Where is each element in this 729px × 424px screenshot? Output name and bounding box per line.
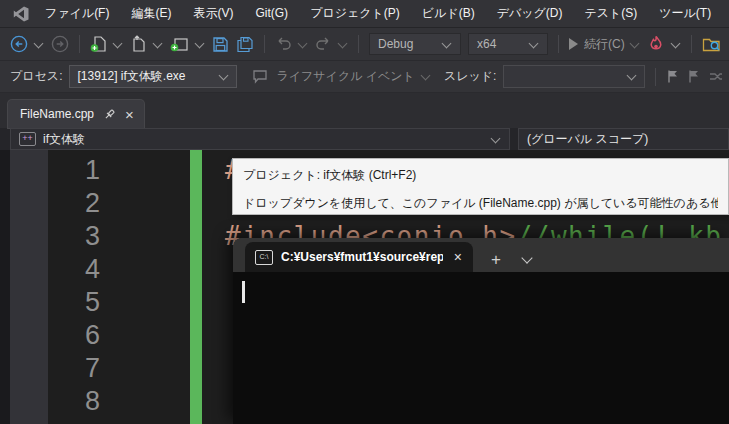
menu-item[interactable]: デバッグ(D) — [486, 0, 574, 27]
tooltip-body: ドロップダウンを使用して、このファイル (FileName.cpp) が属してい… — [243, 195, 718, 212]
solution-configuration-dropdown[interactable]: Debug — [369, 33, 461, 55]
terminal-content[interactable] — [233, 272, 729, 424]
tab-filename-cpp[interactable]: FileName.cpp × — [8, 100, 144, 128]
document-tab-title: FileName.cpp — [20, 107, 94, 121]
toolbar-separator — [691, 35, 692, 53]
project-tooltip: プロジェクト: if文体験 (Ctrl+F2) ドロップダウンを使用して、このフ… — [232, 158, 729, 215]
chevron-down-icon — [491, 133, 501, 143]
add-item-button[interactable] — [170, 35, 189, 53]
toolbar-separator — [358, 35, 359, 53]
pin-icon[interactable] — [103, 108, 116, 121]
open-file-dropdown-icon[interactable] — [153, 38, 163, 48]
command-prompt-icon: C:\ — [255, 250, 273, 265]
menu-item[interactable]: ツール(T) — [648, 0, 722, 27]
menu-item[interactable]: ファイル(F) — [34, 0, 120, 27]
terminal-tab-bar: C:\ C:¥Users¥fmut1¥source¥repos × + — [233, 238, 729, 272]
continue-button[interactable]: 続行(C) — [569, 36, 640, 53]
line-number: 3 — [48, 220, 100, 253]
menu-item[interactable]: ビルド(B) — [411, 0, 486, 27]
line-number: 4 — [48, 253, 100, 286]
parallel-stacks-icon[interactable] — [708, 70, 724, 83]
terminal-window: C:\ C:¥Users¥fmut1¥source¥repos × + — [233, 238, 729, 424]
line-number-gutter: 12345678 — [48, 154, 100, 418]
new-file-button[interactable] — [90, 35, 107, 53]
lifecycle-events-dropdown-icon[interactable] — [420, 71, 430, 81]
process-dropdown[interactable]: [13912] if文体験.exe — [69, 65, 237, 88]
hot-reload-button[interactable] — [647, 35, 665, 53]
scope-dropdown[interactable]: (グローバル スコープ) — [518, 128, 729, 150]
scope-dropdown-value: (グローバル スコープ) — [527, 131, 648, 148]
breakpoint-margin[interactable] — [10, 150, 48, 424]
lifecycle-events-icon — [252, 69, 269, 84]
terminal-tab-title: C:¥Users¥fmut1¥source¥repos — [281, 250, 443, 264]
navigate-forward-button[interactable] — [51, 35, 69, 53]
menu-bar-items: ファイル(F)編集(E)表示(V)Git(G)プロジェクト(P)ビルド(B)デバ… — [34, 0, 729, 27]
close-icon[interactable]: × — [125, 107, 134, 122]
close-icon[interactable]: × — [451, 250, 465, 264]
tooltip-title: プロジェクト: if文体験 (Ctrl+F2) — [243, 167, 718, 184]
line-number: 5 — [48, 286, 100, 319]
toolbar-separator — [79, 35, 80, 53]
chevron-down-icon[interactable] — [521, 252, 532, 263]
thread-dropdown[interactable] — [503, 65, 645, 88]
navigation-bar: ++ if文体験 (グローバル スコープ) — [0, 128, 729, 150]
solution-platform-value: x64 — [477, 37, 496, 51]
continue-dropdown-icon[interactable] — [629, 38, 639, 48]
menu-item[interactable]: テスト(S) — [573, 0, 648, 27]
line-number: 6 — [48, 319, 100, 352]
open-file-button[interactable] — [130, 35, 147, 53]
cpp-project-icon: ++ — [19, 132, 36, 146]
line-number: 1 — [48, 154, 100, 187]
visual-studio-window: ファイル(F)編集(E)表示(V)Git(G)プロジェクト(P)ビルド(B)デバ… — [0, 0, 729, 424]
change-tracking-bar — [190, 150, 202, 424]
project-dropdown-value: if文体験 — [43, 131, 85, 148]
new-file-dropdown-icon[interactable] — [113, 38, 123, 48]
hot-reload-dropdown-icon[interactable] — [670, 38, 680, 48]
redo-dropdown-icon[interactable] — [338, 38, 348, 48]
thread-label: スレッド: — [444, 68, 496, 85]
save-all-button[interactable] — [236, 36, 254, 53]
continue-label: 続行(C) — [584, 36, 625, 53]
toolbar-separator — [264, 35, 265, 53]
flag-icon[interactable] — [666, 69, 680, 84]
document-tab-bar: FileName.cpp × — [0, 93, 729, 128]
menu-item[interactable]: 表示(V) — [182, 0, 244, 27]
solution-platform-dropdown[interactable]: x64 — [468, 33, 548, 55]
new-tab-button[interactable]: + — [491, 251, 501, 268]
terminal-cursor — [242, 281, 245, 303]
visual-studio-logo-icon — [12, 5, 30, 23]
flag-outline-icon[interactable] — [687, 69, 701, 84]
terminal-tab[interactable]: C:\ C:¥Users¥fmut1¥source¥repos × — [245, 242, 473, 272]
process-label: プロセス: — [10, 68, 62, 85]
standard-toolbar: Debug x64 続行(C) — [0, 28, 729, 61]
debug-location-toolbar: プロセス: [13912] if文体験.exe ライフサイクル イベント スレッ… — [0, 61, 729, 93]
line-number: 8 — [48, 385, 100, 418]
line-number: 7 — [48, 352, 100, 385]
project-dropdown[interactable]: ++ if文体験 — [10, 128, 510, 150]
menu-item[interactable]: Git(G) — [244, 0, 299, 27]
play-icon — [569, 38, 578, 50]
undo-dropdown-icon[interactable] — [298, 38, 308, 48]
add-item-dropdown-icon[interactable] — [195, 38, 205, 48]
menu-item[interactable]: 拡張機能(X) — [722, 0, 729, 27]
save-button[interactable] — [212, 36, 229, 53]
toolbar-separator — [558, 35, 559, 53]
editor-left-margin — [0, 150, 10, 424]
navigate-back-dropdown-icon[interactable] — [34, 38, 44, 48]
lifecycle-events-button[interactable]: ライフサイクル イベント — [276, 68, 414, 85]
undo-button[interactable] — [275, 36, 292, 52]
solution-configuration-value: Debug — [378, 37, 413, 51]
redo-button[interactable] — [315, 36, 332, 52]
search-in-files-button[interactable] — [702, 35, 722, 53]
menu-item[interactable]: プロジェクト(P) — [299, 0, 411, 27]
toolbar-separator — [655, 68, 656, 86]
menu-bar: ファイル(F)編集(E)表示(V)Git(G)プロジェクト(P)ビルド(B)デバ… — [0, 0, 729, 28]
menu-item[interactable]: 編集(E) — [120, 0, 182, 27]
process-value: [13912] if文体験.exe — [77, 68, 185, 85]
line-number: 2 — [48, 187, 100, 220]
navigate-back-button[interactable] — [10, 35, 28, 53]
